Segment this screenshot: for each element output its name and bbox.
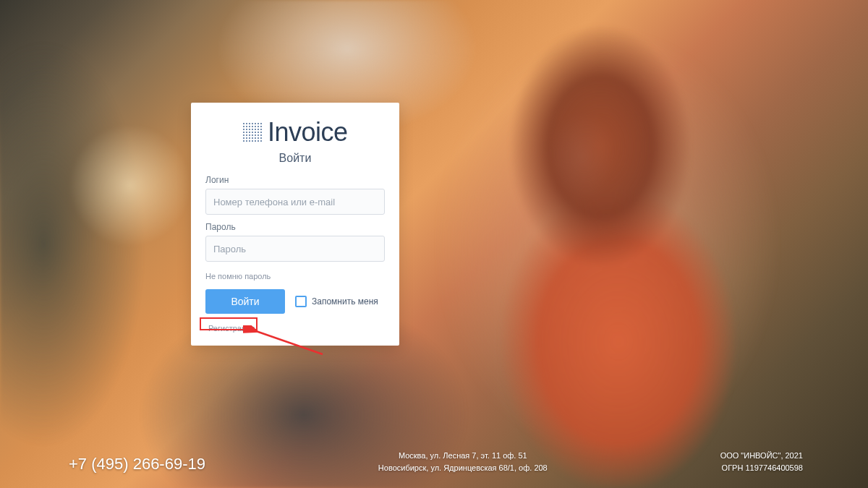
- svg-point-36: [246, 137, 247, 139]
- logo: Invoice: [205, 117, 385, 147]
- login-title: Войти: [205, 152, 385, 165]
- footer-phone[interactable]: +7 (495) 266-69-19: [69, 455, 205, 474]
- svg-point-18: [255, 129, 256, 130]
- svg-point-47: [258, 140, 259, 142]
- svg-point-41: [260, 137, 262, 139]
- svg-point-43: [246, 140, 247, 142]
- svg-point-37: [249, 137, 250, 139]
- footer-addresses: Москва, ул. Лесная 7, эт. 11 оф. 51 Ново…: [378, 450, 548, 474]
- svg-point-27: [260, 132, 262, 133]
- svg-point-26: [258, 132, 259, 133]
- login-button[interactable]: Войти: [205, 289, 285, 314]
- svg-point-10: [252, 126, 253, 127]
- password-input[interactable]: [205, 236, 385, 262]
- svg-point-15: [246, 129, 247, 130]
- action-row: Войти Запомнить меня: [205, 289, 385, 314]
- svg-point-4: [255, 123, 256, 124]
- svg-point-46: [255, 140, 256, 142]
- svg-point-25: [255, 132, 256, 133]
- svg-point-21: [243, 132, 244, 133]
- footer-company-info: ООО "ИНВОЙС", 2021 ОГРН 1197746400598: [720, 450, 803, 474]
- svg-point-6: [260, 123, 262, 124]
- svg-point-0: [243, 123, 244, 124]
- login-label: Логин: [205, 175, 385, 185]
- svg-point-40: [258, 137, 259, 139]
- svg-point-38: [252, 137, 253, 139]
- svg-point-30: [249, 134, 250, 136]
- svg-point-2: [249, 123, 250, 124]
- svg-point-24: [252, 132, 253, 133]
- svg-point-35: [243, 137, 244, 139]
- footer-address-1: Москва, ул. Лесная 7, эт. 11 оф. 51: [378, 450, 548, 462]
- svg-point-33: [258, 134, 259, 136]
- svg-point-11: [255, 126, 256, 127]
- svg-point-48: [260, 140, 262, 142]
- svg-point-16: [249, 129, 250, 130]
- svg-point-5: [258, 123, 259, 124]
- svg-point-39: [255, 137, 256, 139]
- checkbox-icon: [295, 296, 307, 307]
- login-input[interactable]: [205, 189, 385, 215]
- svg-point-45: [252, 140, 253, 142]
- svg-point-32: [255, 134, 256, 136]
- svg-point-29: [246, 134, 247, 136]
- remember-me[interactable]: Запомнить меня: [295, 296, 378, 307]
- svg-point-34: [260, 134, 262, 136]
- svg-point-20: [260, 129, 262, 130]
- svg-point-19: [258, 129, 259, 130]
- svg-point-22: [246, 132, 247, 133]
- svg-point-9: [249, 126, 250, 127]
- background-person: [420, 0, 781, 488]
- svg-point-31: [252, 134, 253, 136]
- svg-point-23: [249, 132, 250, 133]
- remember-label: Запомнить меня: [312, 296, 378, 307]
- svg-point-12: [258, 126, 259, 127]
- password-label: Пароль: [205, 222, 385, 232]
- svg-point-17: [252, 129, 253, 130]
- svg-point-8: [246, 126, 247, 127]
- forgot-password-link[interactable]: Не помню пароль: [205, 272, 271, 281]
- svg-point-28: [243, 134, 244, 136]
- svg-point-14: [243, 129, 244, 130]
- svg-point-3: [252, 123, 253, 124]
- footer-ogrn: ОГРН 1197746400598: [720, 462, 803, 474]
- logo-text: Invoice: [268, 117, 348, 147]
- svg-point-13: [260, 126, 262, 127]
- footer-company: ООО "ИНВОЙС", 2021: [720, 450, 803, 462]
- logo-dots-icon: [242, 122, 263, 142]
- footer: +7 (495) 266-69-19 Москва, ул. Лесная 7,…: [0, 450, 868, 474]
- svg-point-7: [243, 126, 244, 127]
- svg-point-1: [246, 123, 247, 124]
- register-link[interactable]: Регистрация: [205, 322, 258, 334]
- login-card: Invoice Войти Логин Пароль Не помню паро…: [191, 103, 399, 346]
- svg-point-42: [243, 140, 244, 142]
- footer-address-2: Новосибирск, ул. Ядринцевская 68/1, оф. …: [378, 462, 548, 474]
- svg-point-44: [249, 140, 250, 142]
